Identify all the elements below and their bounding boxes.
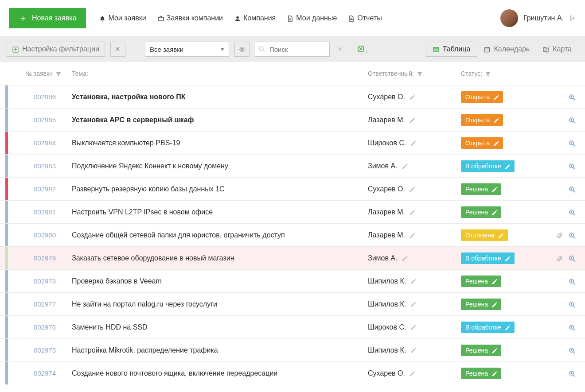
nav-my-tickets[interactable]: Мои заявки	[99, 14, 146, 22]
ticket-subject[interactable]: Установка, настройка нового ПК	[64, 87, 368, 107]
ticket-subject[interactable]: Выключается компьютер PBS-19	[64, 133, 368, 153]
edit-icon[interactable]	[410, 323, 417, 331]
search-input[interactable]	[266, 43, 326, 56]
zoom-icon[interactable]	[569, 93, 575, 100]
column-subject[interactable]: Тема:	[64, 70, 368, 77]
ticket-number[interactable]: 002985	[11, 116, 64, 124]
table-row[interactable]: 002983 Подключение Яндекс Коннект к ново…	[0, 154, 585, 177]
status-badge[interactable]: Решена	[461, 206, 501, 218]
nav-company[interactable]: Компания	[234, 14, 276, 22]
view-map-button[interactable]: Карта	[536, 42, 578, 57]
status-badge[interactable]: Открыта	[461, 114, 503, 126]
zoom-icon[interactable]	[569, 185, 575, 192]
status-badge[interactable]: В обработке	[461, 322, 515, 333]
status-badge[interactable]: Открыта	[461, 91, 503, 103]
table-row[interactable]: 002981 Настроить VPN L2TP IPsec в новом …	[0, 200, 585, 223]
status-badge[interactable]: Решена	[461, 299, 501, 310]
table-row[interactable]: 002974 Создание нового почтового ящика, …	[0, 361, 585, 384]
edit-icon[interactable]	[402, 162, 408, 170]
zoom-icon[interactable]	[569, 254, 575, 261]
zoom-icon[interactable]	[569, 208, 575, 215]
table-row[interactable]: 002978 Проверка бэкапов в Veeam Шипилов …	[0, 269, 585, 292]
ticket-subject[interactable]: Проверка бэкапов в Veeam	[64, 271, 368, 291]
view-calendar-button[interactable]: Календарь	[477, 42, 536, 57]
table-row[interactable]: 002976 Заменить HDD на SSD Широков С. В …	[0, 315, 585, 338]
attachment-icon[interactable]	[557, 254, 563, 261]
table-row[interactable]: 002984 Выключается компьютер PBS-19 Широ…	[0, 131, 585, 154]
tickets-filter-settings-button[interactable]	[234, 42, 250, 57]
edit-icon[interactable]	[410, 139, 417, 147]
zoom-icon[interactable]	[569, 139, 575, 146]
status-badge[interactable]: Решена	[461, 345, 501, 356]
excel-export-icon[interactable]: ↓	[358, 45, 368, 54]
ticket-subject[interactable]: Заказать сетевое оборудование в новый ма…	[64, 248, 368, 268]
filter-setup-close-button[interactable]: ✕	[110, 42, 125, 57]
ticket-number[interactable]: 002975	[11, 346, 64, 354]
edit-icon[interactable]	[410, 93, 416, 101]
nav-my-data[interactable]: Мои данные	[287, 14, 337, 22]
view-table-button[interactable]: Таблица	[426, 42, 478, 57]
status-badge[interactable]: Решена	[461, 183, 501, 195]
ticket-subject[interactable]: Заменить HDD на SSD	[64, 317, 368, 338]
table-row[interactable]: 002985 Установка APC в серверный шкаф Ла…	[0, 108, 585, 131]
zoom-icon[interactable]	[569, 277, 575, 284]
zoom-icon[interactable]	[569, 231, 575, 238]
ticket-number[interactable]: 002983	[11, 162, 64, 170]
status-badge[interactable]: В обработке	[461, 160, 515, 172]
ticket-subject[interactable]: Установка APC в серверный шкаф	[64, 110, 368, 130]
ticket-number[interactable]: 002978	[11, 277, 64, 285]
nav-company-tickets[interactable]: Заявки компании	[158, 14, 223, 22]
ticket-subject[interactable]: Настроить VPN L2TP IPsec в новом офисе	[64, 202, 368, 222]
tickets-filter-dropdown[interactable]: Все заявки ▾	[145, 42, 229, 57]
ticket-number[interactable]: 002984	[11, 139, 64, 147]
search-field[interactable]	[255, 42, 330, 57]
table-row[interactable]: 002977 Не зайти на портал nalog.ru через…	[0, 292, 585, 315]
logout-icon[interactable]	[569, 14, 576, 22]
column-responsible[interactable]: Ответственный:	[368, 70, 456, 77]
user-name[interactable]: Гришутин А.	[523, 14, 564, 22]
ticket-number[interactable]: 002981	[11, 208, 64, 216]
ticket-number[interactable]: 002976	[11, 323, 64, 331]
status-badge[interactable]: Отложена	[461, 229, 508, 241]
nav-reports[interactable]: Отчеты	[348, 14, 382, 22]
zoom-icon[interactable]	[569, 300, 575, 307]
ticket-number[interactable]: 002977	[11, 300, 64, 308]
zoom-icon[interactable]	[569, 369, 575, 376]
edit-icon[interactable]	[410, 116, 416, 124]
edit-icon[interactable]	[402, 254, 408, 262]
avatar[interactable]	[500, 9, 518, 27]
ticket-subject[interactable]: Настройка Mikrotik, распределение трафик…	[64, 340, 368, 361]
ticket-subject[interactable]: Подключение Яндекс Коннект к новому доме…	[64, 156, 368, 176]
column-status[interactable]: Статус:	[456, 70, 550, 77]
ticket-number[interactable]: 002974	[11, 369, 64, 377]
edit-icon[interactable]	[410, 300, 417, 308]
table-row[interactable]: 002982 Развернуть резервную копию базы д…	[0, 177, 585, 200]
edit-icon[interactable]	[410, 231, 416, 239]
zoom-icon[interactable]	[569, 346, 575, 353]
table-row[interactable]: 002986 Установка, настройка нового ПК Су…	[0, 85, 585, 108]
ticket-subject[interactable]: Создание нового почтового ящика, включен…	[64, 363, 368, 384]
edit-icon[interactable]	[410, 208, 416, 216]
filter-setup-button[interactable]: Настройка фильтрации	[7, 42, 105, 57]
search-clear-button[interactable]: ×	[335, 45, 344, 53]
ticket-subject[interactable]: Развернуть резервную копию базы данных 1…	[64, 179, 368, 199]
table-row[interactable]: 002979 Заказать сетевое оборудование в н…	[0, 246, 585, 269]
status-badge[interactable]: В обработке	[461, 252, 515, 264]
ticket-subject[interactable]: Создание общей сетевой папки для юристов…	[64, 225, 368, 245]
column-number[interactable]: № заявки	[11, 70, 64, 77]
edit-icon[interactable]	[410, 185, 416, 193]
ticket-number[interactable]: 002982	[11, 185, 64, 193]
status-badge[interactable]: Решена	[461, 276, 501, 287]
attachment-icon[interactable]	[557, 231, 563, 238]
zoom-icon[interactable]	[569, 323, 575, 330]
table-row[interactable]: 002980 Создание общей сетевой папки для …	[0, 223, 585, 246]
zoom-icon[interactable]	[569, 162, 575, 169]
edit-icon[interactable]	[410, 277, 417, 285]
ticket-number[interactable]: 002980	[11, 231, 64, 239]
edit-icon[interactable]	[410, 346, 417, 354]
zoom-icon[interactable]	[569, 116, 575, 123]
edit-icon[interactable]	[410, 369, 416, 377]
ticket-number[interactable]: 002979	[11, 254, 64, 262]
table-row[interactable]: 002975 Настройка Mikrotik, распределение…	[0, 338, 585, 361]
ticket-number[interactable]: 002986	[11, 93, 64, 101]
